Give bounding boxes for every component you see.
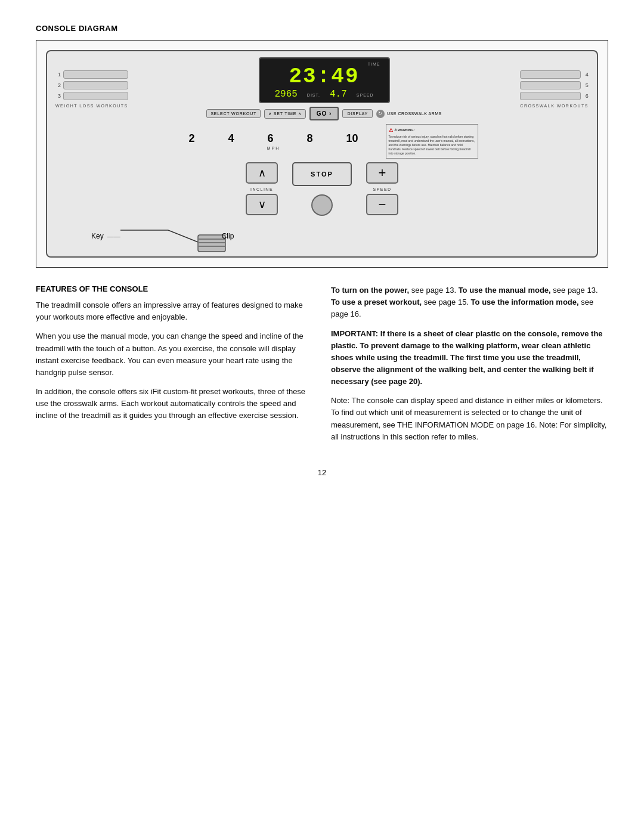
mph-2: 2 <box>188 132 194 145</box>
select-workout-button[interactable]: SELECT WORKOUT <box>206 109 261 118</box>
right-para1-text2: see page 13. <box>553 286 597 295</box>
features-para1: The treadmill console offers an impressi… <box>36 299 313 323</box>
use-crosswalk-label: ↻ USE CROSSWALK ARMS <box>376 110 442 118</box>
go-button[interactable]: GO › <box>309 107 339 120</box>
right-para1-text3: see page 15. <box>424 298 471 306</box>
right-slot-group: 4 5 6 CROSSWALK WORKOUTS <box>520 57 589 120</box>
slot-6 <box>520 92 580 100</box>
console-panel: 1 2 3 WEIGHT LOSS WORKOUTS TIME 23:49 <box>46 50 598 258</box>
mph-10: 10 <box>346 132 358 145</box>
incline-down-button[interactable]: ∨ <box>246 194 278 215</box>
crosswalk-workouts-label: CROSSWALK WORKOUTS <box>520 104 589 108</box>
set-time-button[interactable]: ∨ SET TIME ∧ <box>264 109 306 119</box>
features-title: FEATURES OF THE CONSOLE <box>36 284 313 293</box>
right-para1-text1: see page 13. <box>411 286 459 295</box>
buttons-row: SELECT WORKOUT ∨ SET TIME ∧ GO › DISPLAY… <box>206 107 441 120</box>
slot-num-1: 1 <box>55 72 61 78</box>
slot-1 <box>63 70 128 79</box>
svg-line-1 <box>168 230 198 242</box>
section-title: CONSOLE DIAGRAM <box>36 24 608 33</box>
warning-header-text: ⚠ WARNING: <box>394 128 415 133</box>
speed-label: SPEED <box>373 187 391 191</box>
console-diagram-box: 1 2 3 WEIGHT LOSS WORKOUTS TIME 23:49 <box>36 40 608 268</box>
warning-box: ⚠ ⚠ WARNING: To reduce risk of serious i… <box>386 124 478 159</box>
right-para1-bold4: To use the information mode, <box>471 298 579 306</box>
slot-num-2: 2 <box>55 82 61 88</box>
display-button[interactable]: DISPLAY <box>342 109 373 118</box>
col-left: FEATURES OF THE CONSOLE The treadmill co… <box>36 284 313 450</box>
main-time: 23:49 <box>289 66 359 88</box>
dist-label: DIST. <box>307 93 320 97</box>
right-para3: Note: The console can display speed and … <box>331 395 608 443</box>
stop-button[interactable]: STOP <box>292 162 352 186</box>
right-para2-bold: IMPORTANT: If there is a sheet of clear … <box>331 329 603 386</box>
speed-minus-button[interactable]: − <box>366 194 398 215</box>
features-para3: In addition, the console offers six iFit… <box>36 386 313 422</box>
time-label: TIME <box>368 62 380 66</box>
right-para1-bold3: To use a preset workout, <box>331 298 422 306</box>
slot-num-4: 4 <box>583 72 589 78</box>
right-para1-bold2: To use the man­ual mode, <box>459 286 551 295</box>
warning-triangle-icon: ⚠ <box>389 127 393 134</box>
key-label: Key <box>91 232 104 240</box>
slot-2 <box>63 81 128 89</box>
page-number: 12 <box>36 468 608 477</box>
key-line: Key —— <box>91 232 120 240</box>
slot-5 <box>520 81 580 89</box>
incline-label: INCLINE <box>250 187 273 191</box>
right-para2: IMPORTANT: If there is a sheet of clear … <box>331 328 608 388</box>
crosswalk-icon: ↻ <box>376 110 385 118</box>
features-para2: When you use the manual mode, you can ch… <box>36 330 313 379</box>
slot-num-5: 5 <box>583 82 589 88</box>
key-circle-area: STOP <box>292 162 352 216</box>
slot-num-3: 3 <box>55 93 61 99</box>
right-para1: To turn on the power, see page 13. To us… <box>331 284 608 320</box>
weight-loss-label: WEIGHT LOSS WORKOUTS <box>55 104 128 108</box>
slot-4 <box>520 70 580 79</box>
lcd-display: TIME 23:49 2965 DIST. 4.7 SPEED <box>259 57 390 103</box>
mph-4: 4 <box>228 132 234 145</box>
right-para1-bold1: To turn on the power, <box>331 286 409 295</box>
incline-up-button[interactable]: ∧ <box>246 162 278 184</box>
key-dash: —— <box>107 233 120 240</box>
mph-section: 2 4 6 8 10 MPH <box>166 132 381 150</box>
col-right: To turn on the power, see page 13. To us… <box>331 284 608 450</box>
key-circle <box>311 194 333 216</box>
slot-3 <box>63 92 128 100</box>
left-slot-group: 1 2 3 WEIGHT LOSS WORKOUTS <box>55 57 128 120</box>
incline-group: ∧ INCLINE ∨ <box>246 162 278 215</box>
warning-text: To reduce risk of serious injury, stand … <box>389 135 475 155</box>
content-columns: FEATURES OF THE CONSOLE The treadmill co… <box>36 284 608 450</box>
mph-8: 8 <box>306 132 312 145</box>
speed-group: + SPEED − <box>366 162 398 215</box>
speed-plus-button[interactable]: + <box>366 162 398 184</box>
clip-label: Clip <box>222 232 234 240</box>
mph-label: MPH <box>267 146 280 150</box>
speed-label-display: SPEED <box>357 93 374 97</box>
slot-num-6: 6 <box>583 93 589 99</box>
center-display-col: TIME 23:49 2965 DIST. 4.7 SPEED SELECT W… <box>133 57 516 120</box>
speed-value: 4.7 <box>330 89 347 100</box>
dist-value: 2965 <box>274 89 297 100</box>
mph-6: 6 <box>267 132 273 145</box>
